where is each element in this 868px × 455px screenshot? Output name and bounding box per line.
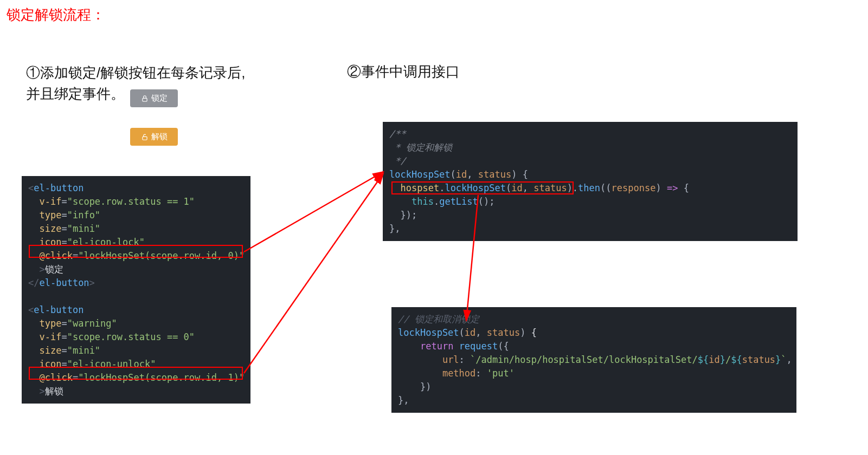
lock-button-label: 锁定 [151,93,168,103]
lock-button[interactable]: 锁定 [130,89,178,107]
page-title: 锁定解锁流程： [7,5,105,24]
unlock-button[interactable]: 解锁 [130,128,178,146]
code-template-buttons: <el-button v-if="scope.row.status == 1" … [22,176,250,404]
unlock-icon [141,133,149,141]
svg-line-2 [244,172,383,252]
code-event-method: /** * 锁定和解锁 */ lockHospSet(id, status) {… [383,122,798,241]
svg-rect-0 [142,98,146,101]
code-api-request: // 锁定和取消锁定 lockHospSet(id, status) { ret… [391,307,796,413]
step2-text: ②事件中调用接口 [347,62,460,81]
unlock-button-label: 解锁 [151,132,168,142]
button-preview: 锁定 解锁 [122,88,186,158]
svg-rect-1 [142,136,146,140]
svg-line-3 [244,173,383,373]
lock-icon [141,95,149,102]
